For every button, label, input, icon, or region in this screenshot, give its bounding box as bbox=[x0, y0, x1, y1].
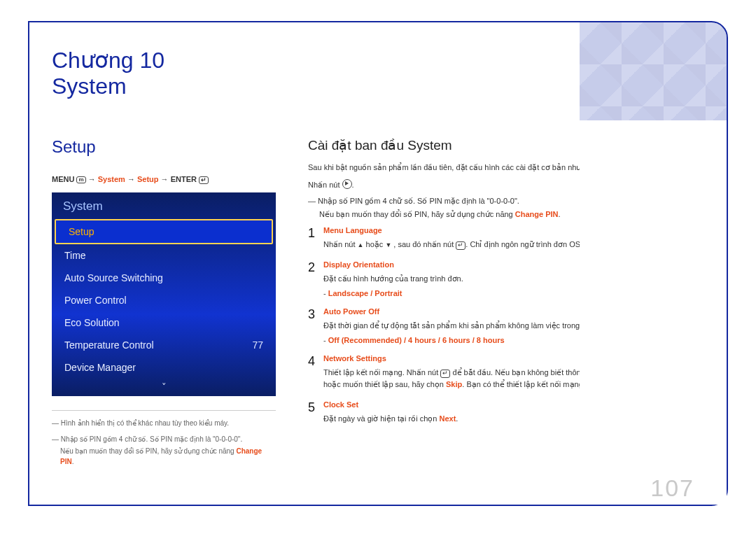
chapter-title: System bbox=[52, 73, 127, 99]
up-icon bbox=[358, 240, 364, 248]
osd-menu-item: Temperature Control77 bbox=[52, 334, 276, 356]
footnote: ― Nhập số PIN gồm 4 chữ số. Số PIN mặc đ… bbox=[52, 434, 276, 444]
enter-icon bbox=[456, 240, 465, 248]
osd-menu-panel: System SetupTimeAuto Source SwitchingPow… bbox=[52, 192, 276, 396]
divider bbox=[52, 410, 276, 411]
osd-menu-item: Device Manager bbox=[52, 356, 276, 379]
osd-menu-item: Power Control bbox=[52, 289, 276, 311]
content-frame: Chương 10 System Setup MENU m → System →… bbox=[28, 21, 728, 506]
down-icon bbox=[385, 240, 391, 248]
setup-heading: Setup bbox=[52, 137, 276, 157]
step-number: 3 bbox=[308, 307, 323, 349]
step-number: 1 bbox=[308, 226, 323, 255]
osd-menu-title: System bbox=[52, 192, 276, 219]
enter-icon bbox=[199, 175, 209, 183]
play-icon bbox=[342, 179, 352, 189]
osd-menu-item: Eco Solution bbox=[52, 311, 276, 334]
osd-menu-item: Time bbox=[52, 244, 276, 267]
footnote: Nếu bạn muốn thay đổi số PIN, hãy sử dụn… bbox=[52, 446, 276, 467]
step-number: 4 bbox=[308, 354, 323, 395]
osd-menu-item: Auto Source Switching bbox=[52, 267, 276, 289]
step-number: 5 bbox=[308, 400, 323, 429]
menu-icon: m bbox=[76, 176, 85, 183]
page-number: 107 bbox=[650, 475, 694, 502]
chapter-kicker: Chương 10 bbox=[52, 48, 164, 73]
breadcrumb: MENU m → System → Setup → ENTER bbox=[52, 175, 276, 185]
left-column: Setup MENU m → System → Setup → ENTER Sy… bbox=[52, 137, 276, 473]
footnote: ― Hình ảnh hiển thị có thể khác nhau tùy… bbox=[52, 418, 276, 428]
osd-menu-item: Setup bbox=[55, 219, 273, 244]
manual-page: Chương 10 System Setup MENU m → System →… bbox=[0, 0, 756, 534]
enter-icon bbox=[440, 368, 450, 377]
osd-menu-more-icon: ˅ bbox=[52, 379, 276, 396]
step-number: 2 bbox=[308, 260, 323, 302]
